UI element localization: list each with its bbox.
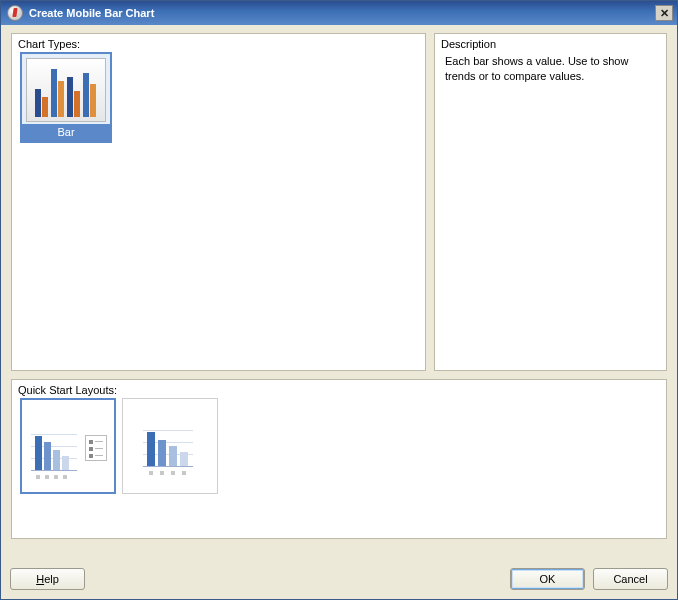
quick-start-layout-2[interactable] xyxy=(122,398,218,494)
description-label: Description xyxy=(441,38,496,50)
chart-types-panel: Chart Types: Bar xyxy=(11,33,426,371)
quick-start-layout-1[interactable] xyxy=(20,398,116,494)
close-button[interactable]: ✕ xyxy=(655,5,673,21)
description-panel: Description Each bar shows a value. Use … xyxy=(434,33,667,371)
quick-start-panel: Quick Start Layouts: xyxy=(11,379,667,539)
quick-start-label: Quick Start Layouts: xyxy=(18,384,117,396)
title-bar: Create Mobile Bar Chart ✕ xyxy=(1,1,677,25)
app-icon xyxy=(7,5,23,21)
dialog-button-row: Help OK Cancel xyxy=(10,568,668,590)
chart-types-label: Chart Types: xyxy=(18,38,80,50)
chart-type-bar[interactable]: Bar xyxy=(20,52,112,143)
ok-button[interactable]: OK xyxy=(510,568,585,590)
cancel-button[interactable]: Cancel xyxy=(593,568,668,590)
close-icon: ✕ xyxy=(660,7,669,20)
layout-thumb-simple-icon xyxy=(129,411,211,481)
help-button[interactable]: Help xyxy=(10,568,85,590)
window-title: Create Mobile Bar Chart xyxy=(29,7,655,19)
bar-chart-icon xyxy=(26,58,106,122)
chart-type-bar-label: Bar xyxy=(22,124,110,141)
description-text: Each bar shows a value. Use to show tren… xyxy=(443,52,658,86)
layout-thumb-with-legend-icon xyxy=(27,411,109,481)
